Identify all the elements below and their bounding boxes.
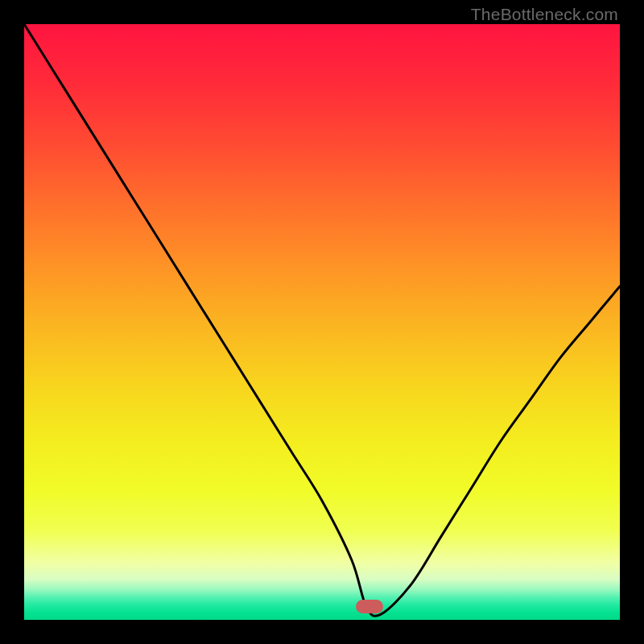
bottleneck-curve	[24, 24, 620, 620]
optimal-marker	[356, 600, 383, 613]
watermark-text: TheBottleneck.com	[471, 5, 618, 24]
chart-frame: TheBottleneck.com	[0, 0, 644, 644]
plot-area	[24, 24, 620, 620]
